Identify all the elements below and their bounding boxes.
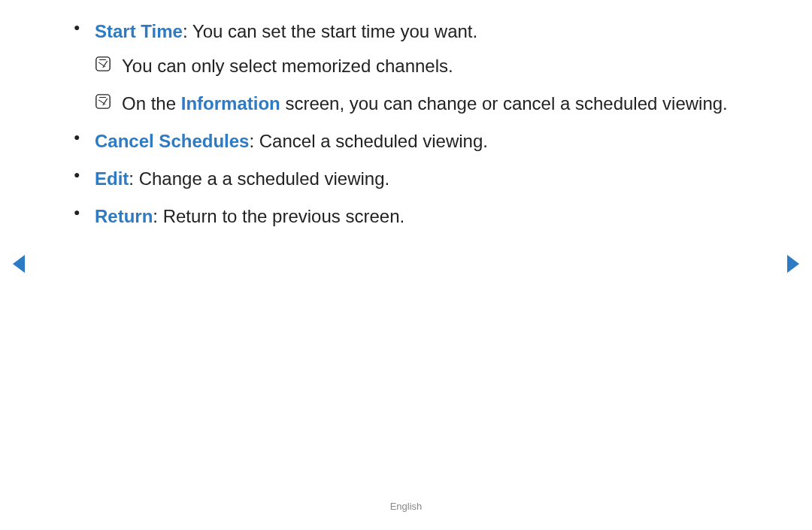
svg-marker-3 bbox=[787, 255, 799, 273]
desc-text: : You can set the start time you want. bbox=[183, 21, 477, 41]
svg-rect-0 bbox=[96, 57, 110, 71]
prev-page-button[interactable] bbox=[11, 253, 27, 277]
term-information: Information bbox=[181, 93, 280, 114]
svg-marker-2 bbox=[13, 255, 25, 273]
note-post: screen, you can change or cancel a sched… bbox=[280, 93, 728, 114]
svg-rect-1 bbox=[96, 95, 110, 108]
list-item: Return: Return to the previous screen. bbox=[68, 203, 744, 230]
desc-text: : Change a a scheduled viewing. bbox=[129, 168, 389, 189]
note-text: You can only select memorized channels. bbox=[122, 56, 453, 76]
note-icon bbox=[95, 56, 111, 72]
footer-language: English bbox=[0, 501, 812, 512]
note-item: On the Information screen, you can chang… bbox=[95, 90, 744, 117]
term-start-time: Start Time bbox=[95, 21, 183, 41]
note-list: You can only select memorized channels. … bbox=[95, 53, 744, 117]
desc-text: : Return to the previous screen. bbox=[153, 206, 404, 226]
list-item: Cancel Schedules: Cancel a scheduled vie… bbox=[68, 128, 744, 155]
list-item: Start Time: You can set the start time y… bbox=[68, 18, 744, 117]
note-pre: On the bbox=[122, 93, 181, 114]
bullet-list: Start Time: You can set the start time y… bbox=[68, 18, 744, 230]
desc-text: : Cancel a scheduled viewing. bbox=[249, 131, 488, 151]
term-edit: Edit bbox=[95, 168, 129, 189]
note-icon bbox=[95, 93, 111, 110]
note-item: You can only select memorized channels. bbox=[95, 53, 744, 80]
term-cancel-schedules: Cancel Schedules bbox=[95, 131, 249, 151]
term-return: Return bbox=[95, 206, 153, 226]
next-page-button[interactable] bbox=[785, 253, 801, 277]
list-item: Edit: Change a a scheduled viewing. bbox=[68, 165, 744, 192]
content-area: Start Time: You can set the start time y… bbox=[0, 0, 812, 230]
